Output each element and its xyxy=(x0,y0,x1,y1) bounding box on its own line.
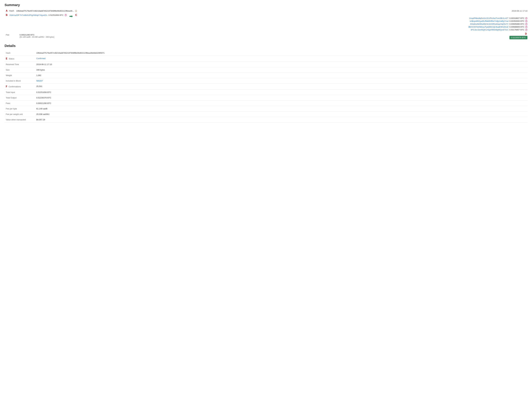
details-row-10: Fee per byte61.149 sat/B xyxy=(5,106,527,111)
details-table: Hash196eba07f176e457c48216ab87b52197848f… xyxy=(5,50,527,122)
tx-flow: B 33drUaJDF7H7xMb3UPhjzNWqK7rkju4tZn 0.5… xyxy=(6,14,527,31)
fee-value: 0.00021280 BTC xyxy=(19,34,54,36)
details-row-9: Fees0.00021280 BTC xyxy=(5,101,527,106)
details-row-4: Weight1,062 xyxy=(5,73,527,78)
details-value-12: $4,057.29 xyxy=(35,117,527,122)
output-address-4[interactable]: 3FGJec1bmNQih1AbpHtNfz6bjNKjm87Gr1 xyxy=(471,29,509,31)
hash-row: A Hash 196eba07f176e457c48216ab87b521978… xyxy=(6,9,527,12)
label-c: C xyxy=(75,14,77,17)
fee-info: 0.00021280 BTC (61.149 sat/B - 20.038 sa… xyxy=(19,34,54,38)
details-label-6: F Confirmations xyxy=(5,84,35,90)
globe-icon-2[interactable]: ⊕ xyxy=(525,23,527,25)
details-label-10: Fee per byte xyxy=(5,106,35,111)
details-row-12: Value when transacted$4,057.29 xyxy=(5,117,527,122)
details-label-9: Fees xyxy=(5,101,35,106)
output-amount-3: 0.00688806 BTC xyxy=(509,26,524,28)
details-label-2: Received Time xyxy=(5,62,35,67)
details-label-1: E Status xyxy=(5,56,35,62)
output-address-3[interactable]: 3BAXA6YotAWouuTyaQMrJ1jC4uaKWnZnUZ xyxy=(468,26,509,28)
total-output-area: D 0.52230376 BTC xyxy=(509,32,527,39)
details-label-3: Size xyxy=(5,67,35,73)
details-label-4: Weight xyxy=(5,73,35,78)
output-amount-4: 0.50176857 BTC xyxy=(509,29,524,31)
details-label-7: Total Input xyxy=(5,90,35,95)
label-b: B xyxy=(6,14,8,17)
summary-section: Summary A Hash 196eba07f176e457c48216ab8… xyxy=(5,3,527,39)
hash-label: Hash xyxy=(9,9,14,12)
details-row-11: Fee per weight unit20.038 sat/WU xyxy=(5,111,527,117)
fee-detail: (61.149 sat/B - 20.038 sat/WU - 348 byte… xyxy=(19,36,54,38)
output-row-0: 1AupRNbu8qEeXx12LVRxXeJ7um3BJLrnZ7 0.003… xyxy=(469,17,527,19)
output-address-1[interactable]: 1ABxjoM6XywDLRkbDHfNvYn6jcUxEiyYmd xyxy=(470,20,509,22)
details-row-6: F Confirmations25,501 xyxy=(5,84,527,90)
input-address-link[interactable]: 33drUaJDF7H7xMb3UPhjzNWqK7rkju4tZn xyxy=(10,14,48,16)
hash-left: A Hash 196eba07f176e457c48216ab87b521978… xyxy=(6,9,77,12)
summary-timestamp: 2019-06-11 17:10 xyxy=(512,10,527,12)
details-title: Details xyxy=(5,44,527,48)
summary-title: Summary xyxy=(5,3,527,7)
details-row-1: E StatusConfirmed xyxy=(5,56,527,62)
globe-icon-input[interactable]: ⊕ xyxy=(65,14,67,16)
details-section: Details Hash196eba07f176e457c48216ab87b5… xyxy=(5,44,527,122)
details-row-8: Total Output0.52230376 BTC xyxy=(5,95,527,101)
details-value-0: 196eba07f176e457c48216ab87b52197848f8b4f… xyxy=(35,50,527,56)
details-value-3: 348 bytes xyxy=(35,67,527,73)
details-value-8: 0.52230376 BTC xyxy=(35,95,527,101)
details-row-5: Included in Block580267 xyxy=(5,78,527,84)
output-amount-1: 0.00350000 BTC xyxy=(509,20,524,22)
details-value-9: 0.00021280 BTC xyxy=(35,101,527,106)
block-link[interactable]: 580267 xyxy=(36,80,43,82)
details-value-10: 61.149 sat/B xyxy=(35,106,527,111)
details-value-4: 1,062 xyxy=(35,73,527,78)
label-f: F xyxy=(6,85,8,88)
label-e: E xyxy=(6,57,8,60)
details-row-2: Received Time2019-06-11 17:10 xyxy=(5,62,527,67)
details-value-11: 20.038 sat/WU xyxy=(35,111,527,117)
globe-icon-3[interactable]: ⊕ xyxy=(525,26,527,28)
output-amount-2: 0.00695886 BTC xyxy=(509,23,524,25)
details-label-11: Fee per weight unit xyxy=(5,111,35,117)
total-output-badge: 0.52230376 BTC xyxy=(509,36,527,39)
fee-row: Fee 0.00021280 BTC (61.149 sat/B - 20.03… xyxy=(6,34,54,38)
details-label-5: Included in Block xyxy=(5,78,35,84)
output-row-1: 1ABxjoM6XywDLRkbDHfNvYn6jcUxEiyYmd 0.003… xyxy=(470,20,527,22)
output-row-4: 3FGJec1bmNQih1AbpHtNfz6bjNKjm87Gr1 0.501… xyxy=(471,29,527,31)
details-value-5[interactable]: 580267 xyxy=(35,78,527,84)
details-value-6: 25,501 xyxy=(35,84,527,90)
globe-icon-4[interactable]: ⊕ xyxy=(525,29,527,31)
copy-icon[interactable]: 📋 xyxy=(75,10,77,12)
label-d: D xyxy=(525,32,527,35)
details-row-7: Total Input0.52251656 BTC xyxy=(5,90,527,95)
output-address-0[interactable]: 1AupRNbu8qEeXx12LVRxXeJ7um3BJLrnZ7 xyxy=(469,17,508,19)
output-address-2[interactable]: 3Gta6s2b63Ke68Z4m61NfGwfoqcHqGfo7V xyxy=(470,23,509,25)
input-amount: 0.52251656 BTC xyxy=(48,14,63,16)
tx-input-row: B 33drUaJDF7H7xMb3UPhjzNWqK7rkju4tZn 0.5… xyxy=(6,14,67,17)
summary-bottom-row: Fee 0.00021280 BTC (61.149 sat/B - 20.03… xyxy=(6,32,527,39)
fee-label: Fee xyxy=(6,34,18,36)
details-label-8: Total Output xyxy=(5,95,35,101)
status-confirmed: Confirmed xyxy=(36,57,46,60)
hash-short-value: 196eba07f176e457c48216ab87b52197848f8b4f… xyxy=(16,10,74,12)
details-label-12: Value when transacted xyxy=(5,117,35,122)
output-row-3: 3BAXA6YotAWouuTyaQMrJ1jC4uaKWnZnUZ 0.006… xyxy=(468,26,527,28)
tx-arrow-icon: ➡ xyxy=(69,14,73,19)
details-row-3: Size348 bytes xyxy=(5,67,527,73)
details-value-2: 2019-06-11 17:10 xyxy=(35,62,527,67)
tx-inputs-col: B 33drUaJDF7H7xMb3UPhjzNWqK7rkju4tZn 0.5… xyxy=(6,14,67,17)
label-a: A xyxy=(6,9,8,12)
details-row-0: Hash196eba07f176e457c48216ab87b52197848f… xyxy=(5,50,527,56)
details-value-1: Confirmed xyxy=(35,56,527,62)
details-label-0: Hash xyxy=(5,50,35,56)
tx-arrow-col: ➡ xyxy=(67,14,75,19)
globe-icon-0[interactable]: ⊕ xyxy=(525,17,527,19)
output-row-2: 3Gta6s2b63Ke68Z4m61NfGwfoqcHqGfo7V 0.006… xyxy=(470,23,528,25)
globe-icon-1[interactable]: ⊕ xyxy=(525,20,527,22)
details-value-7: 0.52251656 BTC xyxy=(35,90,527,95)
tx-outputs-col: C 1AupRNbu8qEeXx12LVRxXeJ7um3BJLrnZ7 0.0… xyxy=(75,14,527,31)
output-amount-0: 0.00318827 BTC xyxy=(509,17,524,19)
